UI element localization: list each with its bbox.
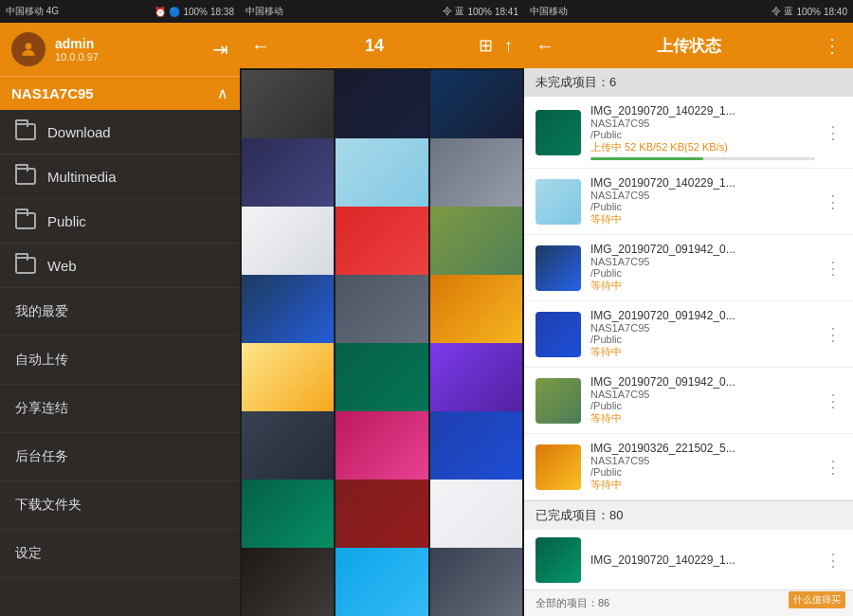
upload-filename: IMG_20190720_091942_0... (590, 375, 815, 389)
upload-path: /Public (590, 201, 815, 212)
sidebar-item-auto-upload[interactable]: 自动上传 (0, 336, 240, 385)
upload-completed-item: IMG_20190720_140229_1... ⋮ (524, 530, 853, 589)
upload-path: /Public (590, 466, 815, 478)
sidebar-item-download-folder[interactable]: 下载文件夹 (0, 481, 240, 530)
upload-info: IMG_20190720_091942_0... NAS1A7C95 /Publ… (590, 309, 815, 359)
upload-item: IMG_20190720_091942_0... NAS1A7C95 /Publ… (524, 368, 853, 434)
sidebar-status-bar: 中国移动 4G ⏰ 🔵 100% 18:38 (0, 0, 240, 23)
upload-progress-bar (590, 157, 815, 160)
sidebar-panel: 中国移动 4G ⏰ 🔵 100% 18:38 admin 10.0.0.97 ⇥… (0, 0, 240, 616)
sidebar-item-web[interactable]: Web (0, 244, 240, 288)
upload-pending-label: 未完成项目：6 (535, 75, 616, 89)
upload-more-button[interactable]: ⋮ (823, 34, 842, 57)
upload-info: IMG_20190720_140229_1... NAS1A7C95 /Publ… (590, 104, 815, 160)
upload-server: NAS1A7C95 (590, 455, 815, 466)
sidebar-item-share-link[interactable]: 分享连结 (0, 385, 240, 433)
upload-status-icons: 令 蓝 100% 18:40 (771, 5, 847, 18)
sidebar-folder-label: Public (47, 213, 86, 229)
upload-server: NAS1A7C95 (590, 256, 815, 267)
upload-thumb (535, 537, 581, 583)
upload-filename: IMG_20190720_091942_0... (590, 243, 815, 256)
upload-carrier: 中国移动 (530, 5, 568, 18)
user-text: admin 10.0.0.97 (55, 36, 99, 63)
upload-time: 18:40 (824, 7, 847, 17)
chevron-up-icon: ∧ (217, 84, 228, 102)
gallery-battery: 100% (467, 7, 492, 17)
folder-icon (15, 168, 36, 185)
sidebar-section-label: 下载文件夹 (15, 497, 82, 514)
gallery-cell[interactable] (336, 548, 427, 616)
upload-item: IMG_20190720_091942_0... NAS1A7C95 /Publ… (524, 301, 853, 368)
upload-item-menu-button[interactable]: ⋮ (825, 324, 842, 345)
folder-icon (15, 123, 36, 140)
upload-wifi-icon: 令 (771, 5, 781, 18)
upload-path: /Public (590, 129, 815, 140)
upload-filename: IMG_20190720_091942_0... (590, 309, 815, 322)
gallery-upload-icon[interactable]: ↑ (504, 36, 513, 56)
upload-item-menu-button[interactable]: ⋮ (825, 550, 842, 571)
upload-status-text: 上传中 52 KB/52 KB(52 KB/s) (590, 140, 815, 154)
user-ip: 10.0.0.97 (55, 51, 99, 63)
gallery-carrier: 中国移动 (245, 5, 283, 18)
sidebar-folder-label: Download (47, 124, 111, 140)
upload-server: NAS1A7C95 (590, 322, 815, 334)
upload-thumb (535, 179, 581, 225)
upload-header: ← 上传状态 ⋮ (524, 23, 853, 68)
gallery-bt-icon: 蓝 (455, 5, 464, 18)
sidebar-bt-icon: 🔵 (169, 7, 180, 17)
upload-panel: 中国移动 令 蓝 100% 18:40 ← 上传状态 ⋮ 未完成项目：6 IMG… (524, 0, 853, 616)
upload-server: NAS1A7C95 (590, 389, 815, 400)
gallery-cell[interactable] (242, 548, 334, 616)
nas-label: NAS1A7C95 (11, 85, 94, 101)
sidebar-section-label: 我的最爱 (15, 303, 68, 320)
upload-total-label: 全部的项目：86 (535, 597, 609, 608)
upload-progress-fill (590, 157, 703, 160)
upload-item-menu-button[interactable]: ⋮ (825, 258, 842, 279)
nas-header[interactable]: NAS1A7C95 ∧ (0, 76, 240, 110)
upload-battery: 100% (796, 7, 821, 17)
upload-info: IMG_20190720_140229_1... (590, 553, 815, 567)
sidebar-header: admin 10.0.0.97 ⇥ (0, 23, 240, 76)
upload-path: /Public (590, 334, 815, 345)
upload-item-menu-button[interactable]: ⋮ (825, 191, 842, 212)
gallery-status-icons: 令 蓝 100% 18:41 (443, 5, 518, 18)
watermark: 什么值得买 (789, 591, 845, 608)
upload-completed-label: 已完成项目：80 (535, 508, 623, 522)
sidebar-item-settings[interactable]: 设定 (0, 530, 240, 578)
upload-pending-header: 未完成项目：6 (524, 68, 853, 97)
sidebar-item-favorites[interactable]: 我的最爱 (0, 288, 240, 336)
upload-filename: IMG_20190326_221502_5... (590, 442, 815, 455)
upload-path: /Public (590, 400, 815, 411)
upload-back-button[interactable]: ← (535, 35, 554, 57)
sidebar-item-multimedia[interactable]: Multimedia (0, 154, 240, 199)
sidebar-time: 18:38 (210, 7, 234, 17)
sidebar-folder-label: Web (47, 258, 77, 274)
gallery-status-bar: 中国移动 令 蓝 100% 18:41 (240, 0, 524, 23)
upload-status-text: 等待中 (590, 345, 815, 359)
upload-info: IMG_20190326_221502_5... NAS1A7C95 /Publ… (590, 442, 815, 492)
gallery-cell[interactable] (430, 548, 522, 616)
gallery-grid-icon[interactable]: ⊞ (479, 35, 493, 56)
upload-item-menu-button[interactable]: ⋮ (825, 122, 842, 143)
upload-title: 上传状态 (657, 35, 721, 57)
upload-status-bar: 中国移动 令 蓝 100% 18:40 (524, 0, 853, 23)
upload-filename: IMG_20190720_140229_1... (590, 176, 815, 190)
upload-path: /Public (590, 267, 815, 279)
watermark-text: 什么值得买 (793, 594, 841, 605)
logout-icon[interactable]: ⇥ (212, 38, 228, 61)
upload-bt-icon: 蓝 (784, 5, 793, 18)
upload-server: NAS1A7C95 (590, 118, 815, 129)
sidebar-alarm-icon: ⏰ (154, 7, 166, 17)
sidebar-item-download[interactable]: Download (0, 110, 240, 154)
sidebar-item-public[interactable]: Public (0, 199, 240, 244)
folder-icon (15, 257, 36, 274)
sidebar-user-info: admin 10.0.0.97 (11, 32, 99, 66)
upload-item-menu-button[interactable]: ⋮ (825, 457, 842, 478)
gallery-back-button[interactable]: ← (251, 35, 270, 57)
sidebar-status-icons: ⏰ 🔵 100% 18:38 (154, 7, 234, 17)
upload-completed-header: 已完成项目：80 (524, 500, 853, 530)
upload-item-menu-button[interactable]: ⋮ (825, 390, 842, 411)
sidebar-item-background-task[interactable]: 后台任务 (0, 433, 240, 481)
sidebar-menu: Download Multimedia Public Web 我的最爱 自动上传… (0, 110, 240, 616)
sidebar-battery: 100% (183, 7, 208, 17)
